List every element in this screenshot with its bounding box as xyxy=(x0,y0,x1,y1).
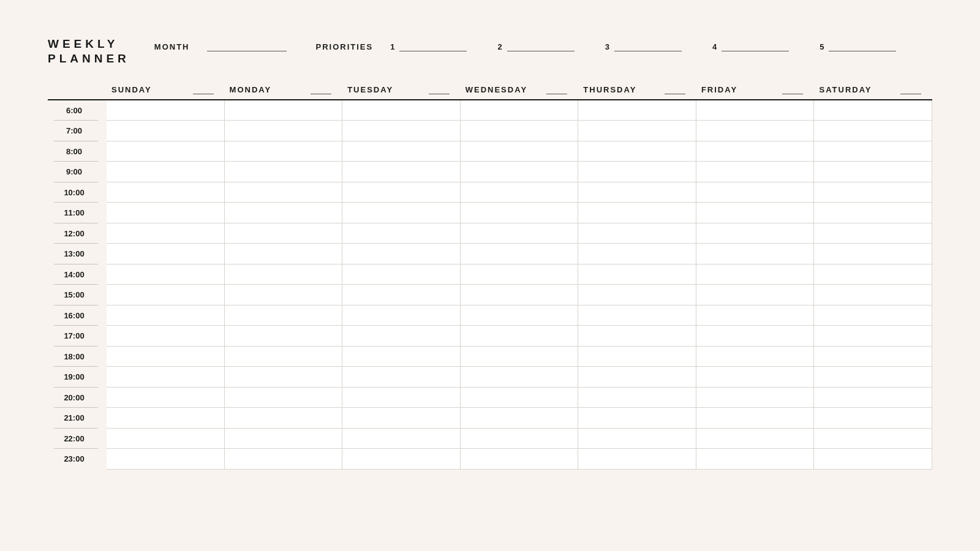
slot-monday-2000[interactable] xyxy=(225,388,343,408)
slot-sunday-1000[interactable] xyxy=(107,182,225,203)
slot-thursday-1300[interactable] xyxy=(578,244,696,264)
slot-saturday-1700[interactable] xyxy=(814,326,932,347)
slot-tuesday-1100[interactable] xyxy=(342,203,461,223)
slot-saturday-700[interactable] xyxy=(814,121,932,141)
slot-tuesday-1400[interactable] xyxy=(342,264,461,285)
slot-saturday-2300[interactable] xyxy=(814,449,932,470)
slot-sunday-1300[interactable] xyxy=(107,244,225,264)
slot-sunday-2200[interactable] xyxy=(107,429,225,449)
slot-sunday-2000[interactable] xyxy=(107,388,225,408)
slot-tuesday-2300[interactable] xyxy=(342,449,461,470)
slot-sunday-900[interactable] xyxy=(107,162,225,182)
slot-sunday-1600[interactable] xyxy=(107,305,225,326)
slot-wednesday-1500[interactable] xyxy=(461,285,579,305)
slot-friday-1200[interactable] xyxy=(696,223,815,244)
slot-friday-1300[interactable] xyxy=(696,244,815,264)
slot-tuesday-1800[interactable] xyxy=(342,347,461,367)
slot-friday-700[interactable] xyxy=(696,121,815,141)
slot-friday-1100[interactable] xyxy=(696,203,815,223)
slot-wednesday-1900[interactable] xyxy=(461,367,579,388)
slot-wednesday-1400[interactable] xyxy=(461,264,579,285)
slot-friday-1000[interactable] xyxy=(696,182,815,203)
slot-monday-800[interactable] xyxy=(225,141,343,162)
slot-saturday-1300[interactable] xyxy=(814,244,932,264)
slot-tuesday-1200[interactable] xyxy=(342,223,461,244)
slot-thursday-1600[interactable] xyxy=(578,305,696,326)
slot-wednesday-900[interactable] xyxy=(461,162,579,182)
slot-tuesday-1700[interactable] xyxy=(342,326,461,347)
priority-4-input[interactable] xyxy=(722,39,789,51)
slot-thursday-1000[interactable] xyxy=(578,182,696,203)
slot-sunday-800[interactable] xyxy=(107,141,225,162)
day-date-input[interactable] xyxy=(782,84,803,94)
slot-wednesday-1600[interactable] xyxy=(461,305,579,326)
slot-monday-1900[interactable] xyxy=(225,367,343,388)
slot-saturday-1100[interactable] xyxy=(814,203,932,223)
day-date-input[interactable] xyxy=(665,84,685,94)
slot-monday-1200[interactable] xyxy=(225,223,343,244)
slot-thursday-700[interactable] xyxy=(578,121,696,141)
slot-wednesday-1100[interactable] xyxy=(461,203,579,223)
day-date-input[interactable] xyxy=(311,84,331,94)
slot-friday-2100[interactable] xyxy=(696,408,815,429)
slot-sunday-2100[interactable] xyxy=(107,408,225,429)
slot-friday-2000[interactable] xyxy=(696,388,815,408)
slot-monday-1600[interactable] xyxy=(225,305,343,326)
slot-friday-1500[interactable] xyxy=(696,285,815,305)
slot-saturday-1200[interactable] xyxy=(814,223,932,244)
slot-tuesday-800[interactable] xyxy=(342,141,461,162)
slot-tuesday-2000[interactable] xyxy=(342,388,461,408)
slot-sunday-600[interactable] xyxy=(107,100,225,121)
slot-saturday-1000[interactable] xyxy=(814,182,932,203)
slot-thursday-2100[interactable] xyxy=(578,408,696,429)
slot-monday-1000[interactable] xyxy=(225,182,343,203)
slot-wednesday-800[interactable] xyxy=(461,141,579,162)
slot-sunday-1900[interactable] xyxy=(107,367,225,388)
slot-saturday-2100[interactable] xyxy=(814,408,932,429)
slot-wednesday-700[interactable] xyxy=(461,121,579,141)
slot-tuesday-600[interactable] xyxy=(342,100,461,121)
slot-monday-1700[interactable] xyxy=(225,326,343,347)
slot-tuesday-1500[interactable] xyxy=(342,285,461,305)
slot-thursday-600[interactable] xyxy=(578,100,696,121)
slot-thursday-2200[interactable] xyxy=(578,429,696,449)
slot-thursday-1900[interactable] xyxy=(578,367,696,388)
slot-wednesday-1000[interactable] xyxy=(461,182,579,203)
slot-saturday-900[interactable] xyxy=(814,162,932,182)
slot-friday-2300[interactable] xyxy=(696,449,815,470)
slot-sunday-1400[interactable] xyxy=(107,264,225,285)
slot-monday-900[interactable] xyxy=(225,162,343,182)
slot-tuesday-1600[interactable] xyxy=(342,305,461,326)
slot-thursday-800[interactable] xyxy=(578,141,696,162)
slot-saturday-2000[interactable] xyxy=(814,388,932,408)
slot-wednesday-2300[interactable] xyxy=(461,449,579,470)
slot-wednesday-2200[interactable] xyxy=(461,429,579,449)
slot-saturday-1400[interactable] xyxy=(814,264,932,285)
slot-friday-600[interactable] xyxy=(696,100,815,121)
slot-tuesday-2200[interactable] xyxy=(342,429,461,449)
slot-friday-900[interactable] xyxy=(696,162,815,182)
slot-wednesday-2000[interactable] xyxy=(461,388,579,408)
slot-thursday-1400[interactable] xyxy=(578,264,696,285)
slot-sunday-1800[interactable] xyxy=(107,347,225,367)
slot-friday-1400[interactable] xyxy=(696,264,815,285)
slot-wednesday-1200[interactable] xyxy=(461,223,579,244)
priority-5-input[interactable] xyxy=(829,39,896,51)
priority-2-input[interactable] xyxy=(507,39,575,51)
slot-sunday-1100[interactable] xyxy=(107,203,225,223)
slot-thursday-2000[interactable] xyxy=(578,388,696,408)
slot-sunday-1200[interactable] xyxy=(107,223,225,244)
slot-tuesday-1300[interactable] xyxy=(342,244,461,264)
slot-tuesday-700[interactable] xyxy=(342,121,461,141)
slot-saturday-800[interactable] xyxy=(814,141,932,162)
slot-monday-1300[interactable] xyxy=(225,244,343,264)
slot-tuesday-2100[interactable] xyxy=(342,408,461,429)
slot-thursday-900[interactable] xyxy=(578,162,696,182)
slot-wednesday-2100[interactable] xyxy=(461,408,579,429)
slot-saturday-1600[interactable] xyxy=(814,305,932,326)
slot-sunday-2300[interactable] xyxy=(107,449,225,470)
slot-wednesday-600[interactable] xyxy=(461,100,579,121)
slot-monday-2200[interactable] xyxy=(225,429,343,449)
slot-saturday-600[interactable] xyxy=(814,100,932,121)
slot-monday-700[interactable] xyxy=(225,121,343,141)
